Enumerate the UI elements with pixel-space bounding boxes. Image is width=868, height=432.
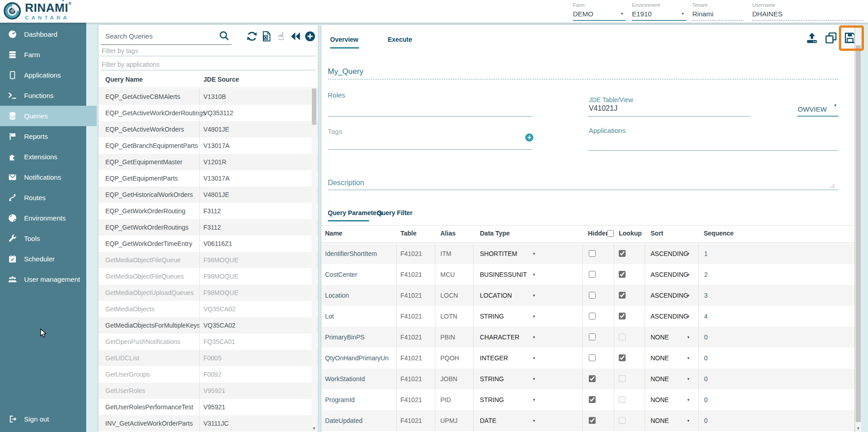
sort-select[interactable]: NONE: [651, 354, 669, 362]
query-list-row[interactable]: EQP_GetActiveWorkOrderRoutingsVQ353112: [99, 105, 318, 121]
filter-by-tags-input[interactable]: Filter by tags: [102, 47, 138, 54]
sort-select[interactable]: NONE: [651, 417, 669, 424]
query-list-row[interactable]: EQP_GetEquipmentPartsV13017A: [99, 170, 318, 187]
query-list-row[interactable]: EQP_GetWorkOrderRoutingF3112: [99, 203, 318, 219]
tab-overview[interactable]: Overview: [330, 36, 358, 43]
query-list-row[interactable]: GetMediaObjectUploadQueuesF98MOQUE: [99, 285, 318, 301]
hidden-checkbox[interactable]: [589, 313, 596, 319]
jde-table-input[interactable]: V41021J: [589, 104, 617, 113]
data-type-select[interactable]: BUSINESSUNIT: [480, 271, 527, 278]
sidebar-item-applications[interactable]: Applications: [0, 65, 86, 85]
description-textarea-underline[interactable]: [328, 190, 838, 190]
sort-select[interactable]: ASCENDING: [651, 313, 688, 320]
sidebar-item-notifications[interactable]: Notifications: [0, 167, 86, 187]
sidebar-item-routes[interactable]: Routes: [0, 187, 86, 208]
subtab-query-filter[interactable]: Query Filter: [377, 209, 413, 216]
query-list-row[interactable]: GetUserGroupsF0092: [99, 366, 318, 383]
sidebar-item-reports[interactable]: Reports: [0, 126, 86, 147]
refresh-icon[interactable]: [246, 30, 258, 42]
header-field-farm[interactable]: FarmDEMO▼: [573, 2, 626, 21]
filter-by-applications-input[interactable]: Filter by applications: [102, 61, 160, 68]
resize-handle-icon[interactable]: [830, 183, 835, 189]
data-type-select[interactable]: SHORTITEM: [480, 250, 517, 257]
sort-select[interactable]: ASCENDING: [651, 292, 688, 299]
sidebar-item-farm[interactable]: Farm: [0, 44, 86, 65]
sidebar-item-queries[interactable]: Queries: [0, 106, 97, 126]
hidden-checkbox[interactable]: [589, 354, 596, 361]
data-type-select[interactable]: DATE: [480, 417, 496, 424]
query-list-row[interactable]: EQP_GetWorkOrderRoutingsF3112: [99, 219, 318, 236]
sidebar-item-environments[interactable]: Environments: [0, 208, 86, 228]
hidden-checkbox[interactable]: [589, 250, 596, 257]
rewind-icon[interactable]: [290, 30, 301, 42]
header-field-environment[interactable]: EnvironmentE1910▼: [632, 2, 686, 21]
lookup-checkbox[interactable]: [619, 250, 626, 257]
add-tag-icon[interactable]: +: [525, 133, 533, 142]
sidebar-item-dashboard[interactable]: Dashboard: [0, 24, 86, 44]
data-type-select[interactable]: CHARACTER: [480, 334, 519, 341]
query-list-row[interactable]: EQP_GetWorkOrderTimeEntryV06116Z1: [99, 236, 318, 252]
roles-input[interactable]: [328, 116, 533, 117]
search-icon[interactable]: [218, 30, 230, 41]
search-input[interactable]: Search Queries: [105, 32, 153, 40]
query-list-row[interactable]: GetOpenPushNotificationsFQ35CA01: [99, 334, 318, 350]
applications-input[interactable]: [588, 150, 838, 151]
hidden-checkbox[interactable]: [589, 292, 596, 299]
query-name-input[interactable]: My_Query: [328, 67, 363, 76]
lookup-checkbox[interactable]: [619, 271, 626, 278]
lookup-checkbox[interactable]: [619, 292, 626, 299]
query-list-scrollbar[interactable]: ▼: [311, 88, 317, 432]
query-list-row[interactable]: GetUDCListF0005: [99, 350, 318, 366]
query-list-row[interactable]: EQP_GetBranchEquipmentPartsV13017A: [99, 137, 318, 154]
sort-select[interactable]: NONE: [651, 375, 669, 383]
hidden-checkbox[interactable]: [589, 396, 596, 403]
data-type-select[interactable]: STRING: [480, 313, 504, 320]
save-icon-button[interactable]: [843, 31, 854, 44]
hidden-checkbox[interactable]: [589, 271, 596, 278]
lookup-checkbox[interactable]: [619, 313, 626, 319]
view-type-select[interactable]: OWVIEW: [798, 105, 827, 113]
copy-icon-button[interactable]: [824, 31, 838, 44]
field-value[interactable]: DEMO: [573, 10, 593, 18]
query-list-row[interactable]: GetUserRolesV95921: [99, 383, 318, 399]
excel-export-icon[interactable]: [261, 30, 272, 42]
query-list-row[interactable]: GetMediaObjectsForMultipleKeysVQ35CA02: [99, 317, 318, 334]
sidebar-item-scheduler[interactable]: Scheduler: [0, 249, 86, 269]
subtab-query-parameters[interactable]: Query Parameters: [328, 209, 383, 216]
scroll-down-icon[interactable]: ▼: [855, 426, 861, 431]
scroll-down-icon[interactable]: ▼: [311, 426, 317, 431]
query-list-row[interactable]: EQP_GetActiveCBMAlertsV1310B: [99, 88, 318, 105]
scrollbar-thumb[interactable]: [856, 45, 861, 422]
sort-select[interactable]: NONE: [651, 396, 669, 403]
sidebar-item-extensions[interactable]: Extensions: [0, 147, 86, 167]
hand-pointer-icon[interactable]: ☝: [275, 30, 287, 42]
query-list-row[interactable]: GetMediaObjectsVQ35CA02: [99, 301, 318, 317]
field-value[interactable]: E1910: [632, 10, 651, 18]
hidden-all-checkbox[interactable]: [607, 230, 614, 237]
scrollbar-thumb[interactable]: [312, 88, 316, 125]
sidebar-item-user-management[interactable]: User management: [0, 269, 86, 290]
sort-select[interactable]: NONE: [651, 334, 669, 341]
main-scrollbar[interactable]: ▼: [855, 25, 861, 432]
add-circle-icon[interactable]: [304, 30, 316, 42]
data-type-select[interactable]: INTEGER: [480, 354, 508, 362]
data-type-select[interactable]: LOCATION: [480, 292, 512, 299]
tags-input[interactable]: Tags: [328, 128, 342, 135]
sort-select[interactable]: ASCENDING: [651, 250, 688, 257]
query-list-row[interactable]: EQP_GetActiveWorkOrdersV4801JE: [99, 121, 318, 137]
hidden-checkbox[interactable]: [589, 334, 596, 340]
tab-execute[interactable]: Execute: [388, 36, 412, 43]
query-list-row[interactable]: EQP_GetEquipmentMasterV1201R: [99, 154, 318, 170]
data-type-select[interactable]: STRING: [480, 375, 504, 383]
sidebar-item-functions[interactable]: Functions: [0, 85, 86, 106]
upload-icon-button[interactable]: [805, 31, 819, 44]
lookup-checkbox[interactable]: [619, 354, 626, 361]
query-list-row[interactable]: GetUserRolesPerformanceTestV95921: [99, 399, 318, 415]
query-list-row[interactable]: GetMediaObjectFileQueueF98MOQUE: [99, 252, 318, 268]
hidden-checkbox[interactable]: [589, 417, 596, 424]
query-list-row[interactable]: INV_GetActiveWorkOrderPartsV3111JC: [99, 415, 318, 432]
sidebar-item-tools[interactable]: Tools: [0, 228, 86, 249]
query-list-row[interactable]: EQP_GetHistoricalWorkOrdersV4801JE: [99, 187, 318, 203]
query-list-row[interactable]: GetMediaObjectFileQueuesF98MOQUE: [99, 268, 318, 285]
sort-select[interactable]: ASCENDING: [651, 271, 688, 278]
